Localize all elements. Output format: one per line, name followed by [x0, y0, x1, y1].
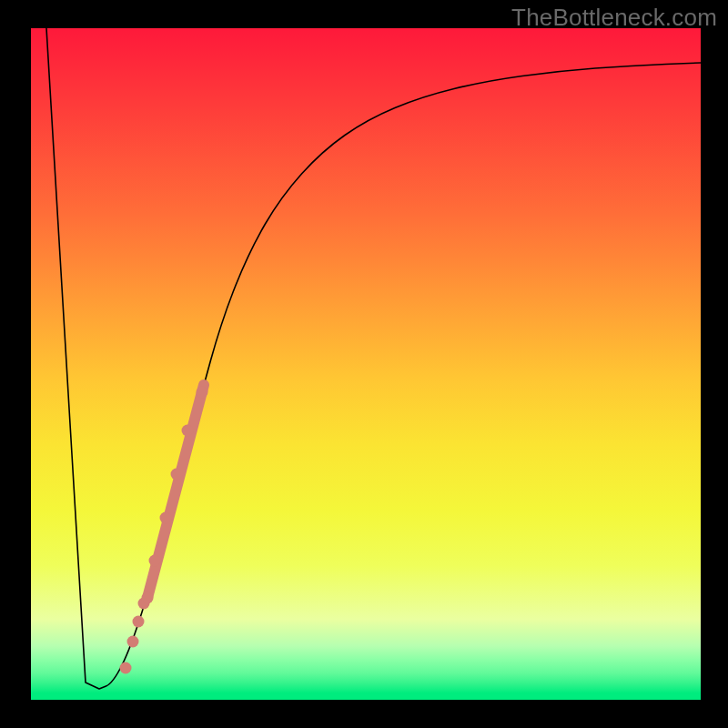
- highlight-dot: [197, 387, 208, 399]
- highlight-dot: [149, 555, 161, 567]
- highlight-dot: [171, 469, 183, 480]
- chart-frame: TheBottleneck.com: [0, 0, 728, 728]
- highlight-dot: [142, 592, 154, 604]
- highlight-dot: [127, 636, 139, 648]
- highlight-dot: [133, 616, 145, 628]
- chart-svg: [31, 28, 701, 700]
- highlight-dot: [120, 662, 132, 674]
- plot-area: [31, 28, 701, 700]
- highlight-dot: [160, 512, 172, 524]
- highlight-dot: [182, 425, 194, 437]
